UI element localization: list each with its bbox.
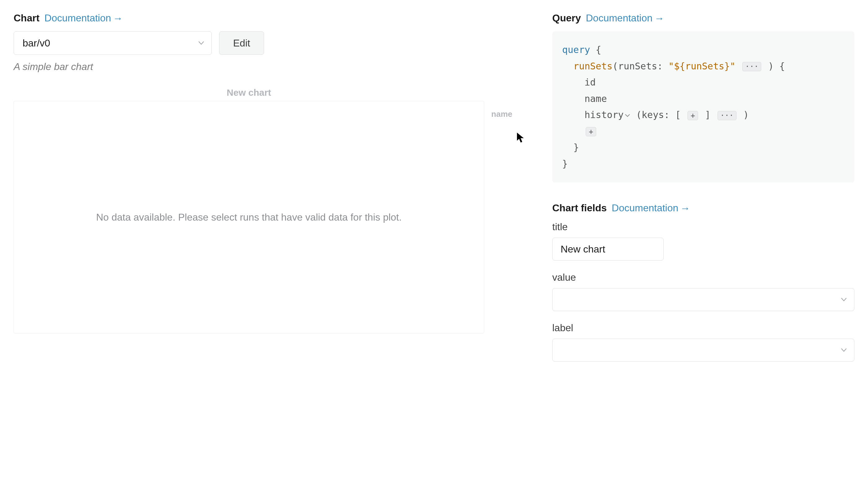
query-field-name: name [584,93,607,104]
query-add-key-button[interactable]: + [687,111,698,120]
chart-fields-doc-link-label: Documentation [612,202,678,214]
query-section-header: Query Documentation → [552,13,854,24]
query-history-keys-close: ] [699,109,716,120]
query-field-id: id [584,77,596,88]
chart-type-value: bar/v0 [23,38,50,49]
arrow-right-icon: → [680,203,690,214]
query-brace: { [590,44,601,55]
arrow-right-icon: → [113,13,123,24]
chart-description: A simple bar chart [14,61,534,73]
chevron-down-icon [841,298,847,301]
chevron-down-icon [841,348,847,352]
field-title-label: title [552,221,854,233]
query-history-keys: keys [642,109,664,120]
query-section-title: Query [552,13,581,24]
field-title-input[interactable] [552,238,664,261]
field-label-label: label [552,322,854,334]
query-close-outer: } [562,158,568,169]
query-doc-link-label: Documentation [586,13,652,24]
chart-section-title: Chart [14,13,40,24]
arrow-right-icon: → [654,13,664,24]
query-editor[interactable]: query { runSets(runSets: "${runSets}" ··… [552,31,854,182]
chart-fields-header: Chart fields Documentation → [552,202,854,214]
query-runsets-field: runSets [573,61,612,72]
chart-doc-link-label: Documentation [45,13,111,24]
chart-preview-title: New chart [14,88,484,98]
query-ellipsis-button[interactable]: ··· [742,62,761,71]
query-ellipsis-button[interactable]: ··· [717,111,736,120]
chart-fields-doc-link[interactable]: Documentation → [612,202,690,214]
chevron-down-icon[interactable] [625,114,630,117]
query-field-history: history [584,109,624,120]
edit-button[interactable]: Edit [219,31,264,55]
query-history-keys-open: : [ [664,109,686,120]
query-doc-link[interactable]: Documentation → [586,13,664,24]
query-runsets-open: (runSets: [613,61,669,72]
query-runsets-close: ) { [762,61,785,72]
query-add-field-button[interactable]: + [586,127,596,136]
chevron-down-icon [199,41,204,45]
field-value-select[interactable] [552,288,854,311]
chart-section-header: Chart Documentation → [14,13,534,24]
edit-button-label: Edit [233,38,250,49]
chart-preview: name No data available. Please select ru… [14,101,484,334]
chart-fields-title: Chart fields [552,202,607,214]
no-data-message: No data available. Please select runs th… [96,212,401,223]
chart-legend-label: name [491,109,512,119]
field-value-label: value [552,272,854,283]
query-history-args-close: ) [738,109,749,120]
query-runsets-value: "${runSets}" [668,61,736,72]
query-close-inner: } [573,142,579,153]
field-label-select[interactable] [552,339,854,362]
query-history-args-open: ( [631,109,642,120]
chart-doc-link[interactable]: Documentation → [45,13,123,24]
query-kw: query [562,44,590,55]
chart-type-select[interactable]: bar/v0 [14,31,212,55]
